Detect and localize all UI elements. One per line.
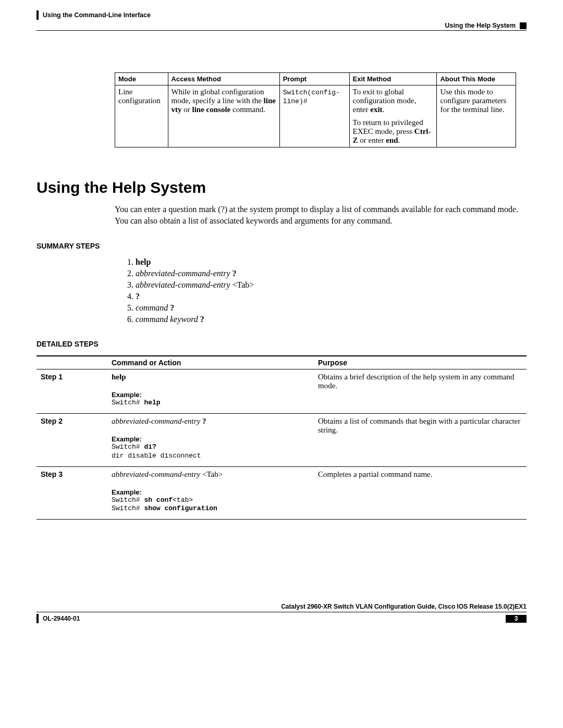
det-head-purpose: Purpose [314, 356, 527, 369]
mode-cell-exit: To exit to global configuration mode, en… [349, 85, 437, 147]
mode-cell-access: While in global configuration mode, spec… [168, 85, 279, 147]
list-item: command ? [136, 303, 527, 313]
det-head-blank [36, 356, 107, 369]
summary-steps-list: help abbreviated-command-entry ? abbrevi… [125, 257, 527, 324]
mode-header-about: About This Mode [437, 73, 516, 85]
section-title: Using the Help System [445, 22, 516, 29]
mode-header-prompt: Prompt [279, 73, 349, 85]
list-item: abbreviated-command-entry ? [136, 269, 527, 278]
example-label: Example: [112, 435, 310, 443]
example-label: Example: [112, 391, 310, 399]
step-label: Step 3 [36, 466, 107, 520]
list-item: command keyword ? [136, 315, 527, 324]
chapter-marker: Using the Command-Line Interface [36, 10, 151, 20]
vertical-bar-icon [36, 614, 39, 623]
mode-header-mode: Mode [115, 73, 168, 85]
table-row: Step 1 help Example: Switch# help Obtain… [36, 369, 527, 414]
chapter-title: Using the Command-Line Interface [43, 11, 151, 19]
det-head-cmd: Command or Action [107, 356, 314, 369]
table-row: Step 3 abbreviated-command-entry <Tab> E… [36, 466, 527, 520]
mode-cell-mode: Line configuration [115, 85, 168, 147]
command-cell: abbreviated-command-entry ? Example: Swi… [107, 414, 314, 467]
command-cell: help Example: Switch# help [107, 369, 314, 414]
footer-rule [36, 612, 527, 612]
page-number: 3 [506, 615, 527, 623]
footer-doc-title: Catalyst 2960-XR Switch VLAN Configurati… [36, 603, 527, 610]
mode-table: Mode Access Method Prompt Exit Method Ab… [115, 72, 516, 147]
vertical-bar-icon [36, 10, 39, 20]
purpose-cell: Obtains a list of commands that begin wi… [314, 414, 527, 467]
intro-paragraph: You can enter a question mark (?) at the… [115, 204, 527, 226]
step-label: Step 2 [36, 414, 107, 467]
mode-cell-about: Use this mode to configure parameters fo… [437, 85, 516, 147]
detailed-steps-table: Command or Action Purpose Step 1 help Ex… [36, 355, 527, 520]
section-heading: Using the Help System [36, 179, 527, 196]
footer-doc-id: OL-29440-01 [43, 615, 80, 622]
table-row: Line configuration While in global confi… [115, 85, 516, 147]
list-item: help [136, 257, 527, 267]
table-row: Step 2 abbreviated-command-entry ? Examp… [36, 414, 527, 467]
header-rule [36, 30, 527, 31]
example-label: Example: [112, 488, 310, 496]
list-item: abbreviated-command-entry <Tab> [136, 280, 527, 290]
purpose-cell: Completes a partial command name. [314, 466, 527, 520]
mode-header-access: Access Method [168, 73, 279, 85]
purpose-cell: Obtains a brief description of the help … [314, 369, 527, 414]
command-cell: abbreviated-command-entry <Tab> Example:… [107, 466, 314, 520]
summary-steps-label: SUMMARY STEPS [36, 242, 527, 250]
mode-header-exit: Exit Method [349, 73, 437, 85]
detailed-steps-label: DETAILED STEPS [36, 340, 527, 348]
list-item: ? [136, 292, 527, 301]
footer-doc-id-block: OL-29440-01 [36, 614, 80, 623]
step-label: Step 1 [36, 369, 107, 414]
square-icon [520, 22, 527, 29]
mode-cell-prompt: Switch(config-line)# [279, 85, 349, 147]
